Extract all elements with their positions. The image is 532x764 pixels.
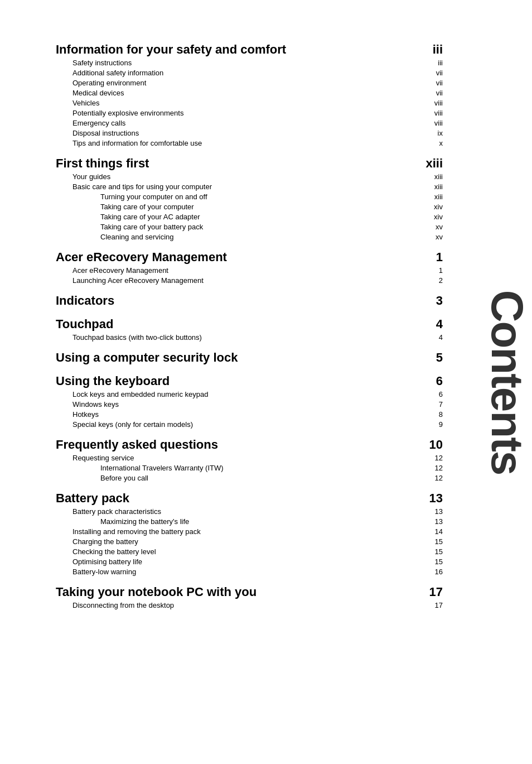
toc-entry-text: Installing and removing the battery pack xyxy=(72,527,201,536)
toc-entry-text: Charging the battery xyxy=(72,537,138,546)
toc-entry-text: Acer eRecovery Management xyxy=(72,266,168,275)
toc-entry: Windows keys7 xyxy=(56,400,443,409)
toc-entry: Additional safety informationvii xyxy=(56,69,443,77)
toc-entry-page: 6 xyxy=(420,390,443,398)
toc-entry: Taking care of your AC adapterxiv xyxy=(56,213,443,221)
toc-entry: Emergency callsviii xyxy=(56,119,443,127)
toc-entry-text: Vehicles xyxy=(72,99,99,107)
toc-entry-text: Touchpad basics (with two-click buttons) xyxy=(72,333,202,342)
toc-entry-text: Additional safety information xyxy=(72,69,163,77)
major-section-page: iii xyxy=(420,42,443,57)
toc-entry: Maximizing the battery's life13 xyxy=(56,517,443,526)
toc-entry-page: viii xyxy=(420,109,443,117)
toc-entry: Battery-low warning16 xyxy=(56,568,443,576)
toc-entry-text: Basic care and tips for using your compu… xyxy=(72,182,212,191)
toc-entry-page: vii xyxy=(420,89,443,97)
major-section-row: Taking your notebook PC with you17 xyxy=(56,585,443,599)
toc-entry-page: 8 xyxy=(420,410,443,419)
major-section-row: Using the keyboard6 xyxy=(56,374,443,388)
toc-entry-text: Requesting service xyxy=(72,454,134,462)
toc-entry-text: Disconnecting from the desktop xyxy=(72,601,174,609)
major-section-title: First things first xyxy=(56,156,149,171)
major-section-title: Frequently asked questions xyxy=(56,438,218,452)
toc-entry-text: Turning your computer on and off xyxy=(100,193,207,201)
major-section-title: Indicators xyxy=(56,294,114,308)
toc-entry-page: viii xyxy=(420,99,443,107)
major-section-title: Using the keyboard xyxy=(56,374,170,388)
toc-entry: Basic care and tips for using your compu… xyxy=(56,182,443,191)
toc-entry-text: Battery-low warning xyxy=(72,568,136,576)
toc-entry-page: viii xyxy=(420,119,443,127)
toc-entry-text: Optimising battery life xyxy=(72,558,142,566)
toc-entry-page: 12 xyxy=(420,454,443,462)
toc-entry-text: Operating environment xyxy=(72,79,146,87)
toc-entry: Safety instructionsiii xyxy=(56,59,443,67)
page-container: Information for your safety and comforti… xyxy=(0,0,532,764)
toc-entry: Touchpad basics (with two-click buttons)… xyxy=(56,333,443,342)
toc-entry: Turning your computer on and offxiii xyxy=(56,193,443,201)
major-section-page: 10 xyxy=(420,438,443,452)
toc-entry: Medical devicesvii xyxy=(56,89,443,97)
major-section-title: Touchpad xyxy=(56,317,113,331)
sideways-title-container: Contents xyxy=(482,0,532,764)
toc-entry: Launching Acer eRecovery Management2 xyxy=(56,276,443,285)
toc-entry-text: Taking care of your battery pack xyxy=(100,223,203,231)
toc-entry-text: Windows keys xyxy=(72,400,119,409)
toc-entry: Taking care of your computerxiv xyxy=(56,203,443,211)
toc-entry-text: Taking care of your computer xyxy=(100,203,194,211)
toc-entry-page: 15 xyxy=(420,537,443,546)
toc-entry-page: 13 xyxy=(420,517,443,526)
toc-entry-text: Lock keys and embedded numeric keypad xyxy=(72,390,209,398)
toc-entry: Lock keys and embedded numeric keypad6 xyxy=(56,390,443,398)
toc-entry-page: 12 xyxy=(420,474,443,482)
toc-entry-text: Emergency calls xyxy=(72,119,125,127)
toc-entry-page: 7 xyxy=(420,400,443,409)
toc-entry: Special keys (only for certain models)9 xyxy=(56,420,443,429)
toc-entry-page: 4 xyxy=(420,333,443,342)
toc-entry-page: 1 xyxy=(420,266,443,275)
major-section-page: 5 xyxy=(420,350,443,365)
toc-entry-page: 16 xyxy=(420,568,443,576)
toc-entry-page: xiv xyxy=(420,203,443,211)
major-section-page: 4 xyxy=(420,317,443,331)
toc-entry-page: xiii xyxy=(420,172,443,181)
contents-sideways-label: Contents xyxy=(481,290,532,474)
major-section-row: Battery pack13 xyxy=(56,491,443,506)
major-section-row: Touchpad4 xyxy=(56,317,443,331)
toc-entry-page: xiii xyxy=(420,182,443,191)
toc-entry-page: 12 xyxy=(420,464,443,472)
toc-entry: Tips and information for comfortable use… xyxy=(56,139,443,147)
major-section-title: Acer eRecovery Management xyxy=(56,250,227,265)
toc-entry-text: Safety instructions xyxy=(72,59,132,67)
toc-entry-text: Cleaning and servicing xyxy=(100,233,174,241)
toc-entry-page: xv xyxy=(420,233,443,241)
toc-entry: Disposal instructionsix xyxy=(56,129,443,137)
toc-entry: Vehiclesviii xyxy=(56,99,443,107)
toc-entry-text: Taking care of your AC adapter xyxy=(100,213,200,221)
toc-entry-page: 17 xyxy=(420,601,443,609)
toc-entry-page: iii xyxy=(420,59,443,67)
toc-entry-page: xv xyxy=(420,223,443,231)
major-section-page: 17 xyxy=(420,585,443,599)
toc-entry: Charging the battery15 xyxy=(56,537,443,546)
toc-entry-page: 15 xyxy=(420,558,443,566)
toc-entry: International Travelers Warranty (ITW)12 xyxy=(56,464,443,472)
toc-entry: Before you call12 xyxy=(56,474,443,482)
toc-entry: Requesting service12 xyxy=(56,454,443,462)
toc-entry-text: Checking the battery level xyxy=(72,547,156,556)
toc-entry-text: International Travelers Warranty (ITW) xyxy=(100,464,224,472)
toc-content: Information for your safety and comforti… xyxy=(56,42,443,609)
toc-entry-text: Tips and information for comfortable use xyxy=(72,139,202,147)
toc-entry: Cleaning and servicingxv xyxy=(56,233,443,241)
major-section-page: xiii xyxy=(420,156,443,171)
toc-entry-text: Battery pack characteristics xyxy=(72,507,161,516)
toc-entry-text: Medical devices xyxy=(72,89,124,97)
toc-entry-text: Launching Acer eRecovery Management xyxy=(72,276,204,285)
toc-entry: Optimising battery life15 xyxy=(56,558,443,566)
toc-entry: Potentially explosive environmentsviii xyxy=(56,109,443,117)
toc-entry: Disconnecting from the desktop17 xyxy=(56,601,443,609)
major-section-title: Taking your notebook PC with you xyxy=(56,585,257,599)
major-section-title: Information for your safety and comfort xyxy=(56,42,286,57)
toc-entry: Acer eRecovery Management1 xyxy=(56,266,443,275)
toc-entry-text: Disposal instructions xyxy=(72,129,139,137)
